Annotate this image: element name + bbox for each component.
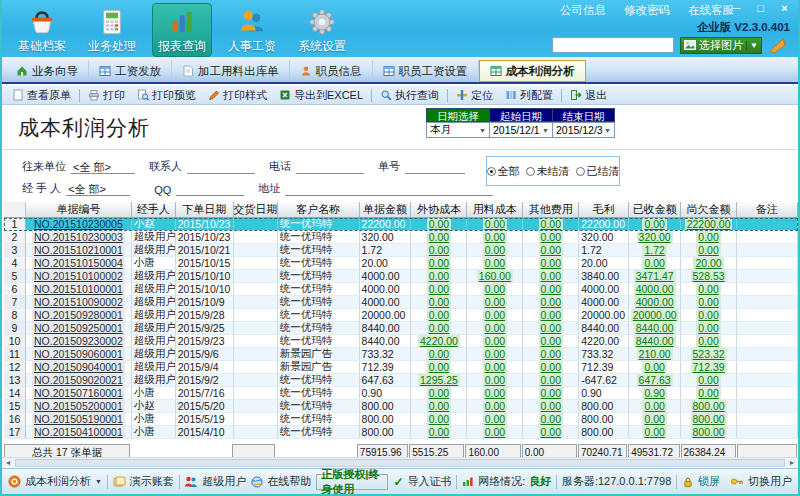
scroll-right-icon[interactable]: ► bbox=[786, 459, 798, 466]
amount-link[interactable]: 0.00 bbox=[696, 244, 720, 256]
amount-link[interactable]: 0.00 bbox=[427, 283, 451, 295]
nav-item-base-archive[interactable]: 基础档案 bbox=[12, 3, 72, 57]
column-header[interactable]: 单据金额 bbox=[360, 202, 412, 218]
amount-link[interactable]: 0.00 bbox=[539, 257, 563, 269]
amount-link[interactable]: 4000.00 bbox=[634, 296, 676, 308]
nav-item-reports[interactable]: 报表查询 bbox=[152, 3, 212, 57]
amount-link[interactable]: 0.00 bbox=[696, 387, 720, 399]
amount-link[interactable]: 0.00 bbox=[696, 283, 720, 295]
amount-link[interactable]: 0.00 bbox=[427, 296, 451, 308]
amount-link[interactable]: 0.00 bbox=[427, 257, 451, 269]
close-button[interactable]: × bbox=[777, 2, 792, 14]
table-row[interactable]: 11NO.201509060001超级用户2015/9/6新景园广告733.32… bbox=[4, 348, 798, 361]
qq-field[interactable] bbox=[176, 182, 244, 196]
amount-link[interactable]: 0.00 bbox=[696, 335, 720, 347]
bill-number-link[interactable]: NO.201510100001 bbox=[32, 283, 125, 295]
nav-item-settings[interactable]: 系统设置 bbox=[292, 3, 352, 57]
column-header[interactable]: 已收金额 bbox=[629, 202, 681, 218]
amount-link[interactable]: 0.00 bbox=[483, 348, 507, 360]
amount-link[interactable]: 0.00 bbox=[483, 283, 507, 295]
end-date-select[interactable]: 2015/12/3▼ bbox=[552, 122, 615, 138]
amount-link[interactable]: 0.00 bbox=[427, 426, 451, 438]
amount-link[interactable]: 0.00 bbox=[642, 361, 666, 373]
amount-link[interactable]: 0.00 bbox=[642, 413, 666, 425]
bill-number-link[interactable]: NO.201510230003 bbox=[32, 231, 125, 243]
minimize-button[interactable]: ─ bbox=[729, 2, 744, 14]
tab-cost-profit-analysis[interactable]: 成本利润分析 bbox=[479, 60, 586, 82]
amount-link[interactable]: 0.00 bbox=[483, 361, 507, 373]
bill-number-link[interactable]: NO.201505200001 bbox=[32, 400, 125, 412]
table-row[interactable]: 8NO.201509280001超级用户2015/9/28统一优玛特20000.… bbox=[4, 309, 798, 322]
amount-link[interactable]: 800.00 bbox=[691, 426, 727, 438]
tab-salary-payment[interactable]: 工资发放 bbox=[89, 60, 172, 82]
date-range-select[interactable]: 本月▼ bbox=[426, 122, 489, 138]
amount-link[interactable]: 647.63 bbox=[637, 374, 673, 386]
amount-link[interactable]: 0.00 bbox=[539, 244, 563, 256]
bill-number-link[interactable]: NO.201510210001 bbox=[32, 244, 125, 256]
table-row[interactable]: 13NO.201509020021超级用户2015/9/2统一优玛特647.63… bbox=[4, 374, 798, 387]
amount-link[interactable]: 800.00 bbox=[691, 413, 727, 425]
horizontal-scrollbar[interactable]: ◄ ► bbox=[2, 457, 798, 467]
table-row[interactable]: 6NO.201510100001超级用户2015/10/10统一优玛特4000.… bbox=[4, 283, 798, 296]
nav-item-business[interactable]: 业务处理 bbox=[82, 3, 142, 57]
amount-link[interactable]: 0.00 bbox=[539, 413, 563, 425]
scroll-left-icon[interactable]: ◄ bbox=[2, 459, 14, 466]
amount-link[interactable]: 0.00 bbox=[483, 335, 507, 347]
amount-link[interactable]: 0.00 bbox=[642, 400, 666, 412]
locate-button[interactable]: 定位 bbox=[450, 87, 499, 104]
bill-number-link[interactable]: NO.201510100002 bbox=[32, 270, 125, 282]
print-style-button[interactable]: 打印样式 bbox=[202, 87, 273, 104]
amount-link[interactable]: 0.00 bbox=[539, 361, 563, 373]
amount-link[interactable]: 1.72 bbox=[642, 244, 666, 256]
column-header[interactable]: 用料成本 bbox=[467, 202, 523, 218]
bill-number-link[interactable]: NO.201505190001 bbox=[32, 413, 125, 425]
table-row[interactable]: 12NO.201509040001超级用户2015/9/4新景园广告712.39… bbox=[4, 361, 798, 374]
status-current-user[interactable]: 超级用户 bbox=[184, 474, 246, 489]
column-header[interactable]: 其他费用 bbox=[523, 202, 579, 218]
amount-link[interactable]: 0.00 bbox=[483, 387, 507, 399]
amount-link[interactable]: 0.00 bbox=[427, 244, 451, 256]
amount-link[interactable]: 160.00 bbox=[477, 270, 513, 282]
amount-link[interactable]: 0.00 bbox=[483, 231, 507, 243]
amount-link[interactable]: 0.00 bbox=[696, 231, 720, 243]
column-header[interactable]: 客户名称 bbox=[278, 202, 360, 218]
banner-image-input[interactable] bbox=[552, 37, 674, 53]
select-image-button[interactable]: 选择图片 ▼ bbox=[680, 37, 762, 54]
bill-number-link[interactable]: NO.201504100001 bbox=[32, 426, 125, 438]
address-field[interactable] bbox=[285, 182, 493, 196]
amount-link[interactable]: 0.00 bbox=[427, 387, 451, 399]
amount-link[interactable]: 22200.00 bbox=[685, 218, 733, 230]
exit-button[interactable]: 退出 bbox=[564, 87, 613, 104]
billno-field[interactable] bbox=[405, 160, 465, 174]
amount-link[interactable]: 0.00 bbox=[696, 309, 720, 321]
amount-link[interactable]: 0.00 bbox=[539, 374, 563, 386]
amount-link[interactable]: 0.00 bbox=[483, 413, 507, 425]
amount-link[interactable]: 0.00 bbox=[539, 348, 563, 360]
amount-link[interactable]: 0.00 bbox=[642, 426, 666, 438]
change-password-link[interactable]: 修改密码 bbox=[624, 3, 670, 18]
amount-link[interactable]: 0.90 bbox=[642, 387, 666, 399]
amount-link[interactable]: 0.00 bbox=[483, 218, 507, 230]
table-row[interactable]: 16NO.201505190001小唐2015/5/19统一优玛特800.000… bbox=[4, 413, 798, 426]
bill-number-link[interactable]: NO.201507160001 bbox=[32, 387, 125, 399]
tab-staff-info[interactable]: 职员信息 bbox=[290, 60, 373, 82]
column-header[interactable]: 下单日期 bbox=[176, 202, 234, 218]
amount-link[interactable]: 0.00 bbox=[483, 426, 507, 438]
status-account-set[interactable]: 演示账套 bbox=[113, 474, 174, 489]
amount-link[interactable]: 800.00 bbox=[691, 400, 727, 412]
view-original-button[interactable]: 查看原单 bbox=[6, 87, 77, 104]
handler-field[interactable]: <全 部> bbox=[66, 182, 130, 196]
column-header[interactable]: 外协成本 bbox=[411, 202, 467, 218]
amount-link[interactable]: 0.00 bbox=[539, 400, 563, 412]
bill-number-link[interactable]: NO.201510230005 bbox=[32, 218, 125, 230]
select-image-dropdown[interactable]: ▼ bbox=[746, 41, 758, 50]
amount-link[interactable]: 0.00 bbox=[483, 400, 507, 412]
column-header[interactable]: 尚欠金额 bbox=[681, 202, 737, 218]
export-excel-button[interactable]: 导出到EXCEL bbox=[273, 87, 369, 104]
amount-link[interactable]: 0.00 bbox=[539, 218, 563, 230]
amount-link[interactable]: 0.00 bbox=[642, 218, 666, 230]
scroll-thumb[interactable] bbox=[15, 459, 785, 467]
bill-number-link[interactable]: NO.201510090002 bbox=[32, 296, 125, 308]
amount-link[interactable]: 320.00 bbox=[637, 231, 673, 243]
amount-link[interactable]: 0.00 bbox=[539, 387, 563, 399]
